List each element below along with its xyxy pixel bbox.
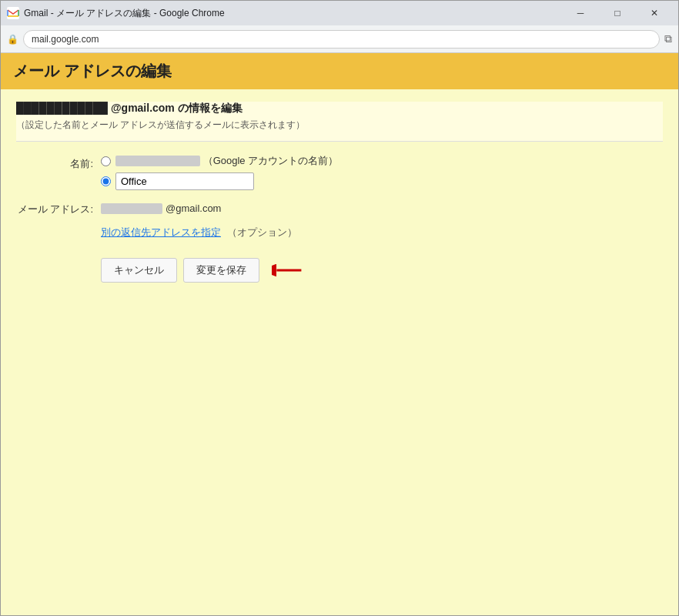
radio1-masked-name: ████████████ xyxy=(115,156,200,166)
email-info-section: ████████████ @gmail.com の情報を編集 （設定した名前とメ… xyxy=(16,102,663,142)
email-display-domain: @gmail.com xyxy=(166,203,221,214)
window-controls: ─ □ ✕ xyxy=(563,1,672,25)
chrome-window: Gmail - メール アドレスの編集 - Google Chrome ─ □ … xyxy=(0,0,679,616)
main-area: ████████████ @gmail.com の情報を編集 （設定した名前とメ… xyxy=(1,89,678,615)
arrow-indicator xyxy=(272,263,303,278)
url-input[interactable] xyxy=(23,30,660,49)
cancel-button[interactable]: キャンセル xyxy=(101,258,177,283)
reply-address-link[interactable]: 別の返信先アドレスを指定 xyxy=(101,226,221,238)
radio1-label: ████████████ （Google アカウントの名前） xyxy=(115,154,338,168)
page-title: メール アドレスの編集 xyxy=(13,62,172,79)
page-content: メール アドレスの編集 ████████████ @gmail.com の情報を… xyxy=(1,53,678,615)
title-bar: Gmail - メール アドレスの編集 - Google Chrome ─ □ … xyxy=(1,1,678,25)
email-info-subtitle: （設定した名前とメール アドレスが送信するメールに表示されます） xyxy=(16,119,663,132)
name-form-row: 名前: ████████████ （Google アカウントの名前） xyxy=(16,154,663,190)
address-bar: 🔒 ⧉ xyxy=(1,25,678,53)
email-domain-text: @gmail.com の情報を編集 xyxy=(111,102,242,114)
email-display: ████████ @gmail.com xyxy=(101,199,221,214)
maximize-button[interactable]: □ xyxy=(600,1,635,25)
email-info-title: ████████████ @gmail.com の情報を編集 xyxy=(16,102,663,116)
save-button[interactable]: 変更を保存 xyxy=(183,258,259,283)
email-masked: ████████████ xyxy=(16,102,108,114)
email-form-row: メール アドレス: ████████ @gmail.com xyxy=(16,199,663,216)
form-area: 名前: ████████████ （Google アカウントの名前） xyxy=(16,154,663,283)
name-label: 名前: xyxy=(16,154,101,171)
favicon-icon xyxy=(7,7,19,19)
radio-option-1: ████████████ （Google アカウントの名前） xyxy=(101,154,338,168)
buttons-row: キャンセル 変更を保存 xyxy=(101,258,663,283)
radio-custom-name[interactable] xyxy=(101,176,111,186)
radio1-suffix: （Google アカウントの名前） xyxy=(203,155,339,166)
name-text-input[interactable] xyxy=(115,172,254,190)
radio-option-2 xyxy=(101,172,338,190)
radio-google-account[interactable] xyxy=(101,156,111,166)
red-arrow-icon xyxy=(272,263,303,278)
lock-icon: 🔒 xyxy=(7,34,18,45)
external-link-icon[interactable]: ⧉ xyxy=(664,32,672,45)
page-header: メール アドレスの編集 xyxy=(1,53,678,89)
name-fields: ████████████ （Google アカウントの名前） xyxy=(101,154,338,190)
reply-link-row: 別の返信先アドレスを指定 （オプション） xyxy=(101,226,663,239)
window-title: Gmail - メール アドレスの編集 - Google Chrome xyxy=(24,7,563,20)
reply-option-text: （オプション） xyxy=(227,226,297,238)
minimize-button[interactable]: ─ xyxy=(563,1,598,25)
close-button[interactable]: ✕ xyxy=(637,1,672,25)
email-display-masked: ████████ xyxy=(101,203,162,214)
email-label: メール アドレス: xyxy=(16,199,101,216)
